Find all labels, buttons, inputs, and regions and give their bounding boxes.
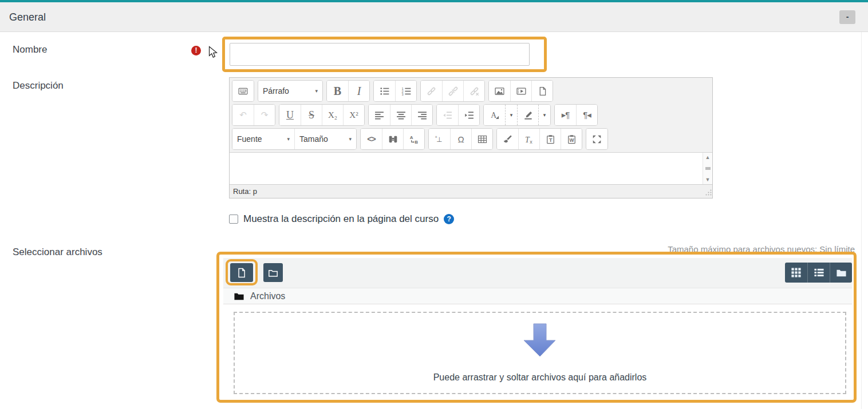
max-upload-size-note: Tamaño máximo para archivos nuevos: Sin … [668,244,855,254]
font-size-select[interactable]: Tamaño▾ [294,129,356,149]
display-list-button[interactable] [807,263,830,283]
font-family-select[interactable]: Fuente▾ [232,129,294,149]
align-center-icon [396,110,406,120]
insert-link-button[interactable] [421,81,442,101]
remove-format-button[interactable]: Tx [518,129,539,149]
toolbar-group [586,128,608,150]
align-right-icon [417,110,427,120]
show-description-label: Muestra la descripción en la página del … [243,213,439,225]
indent-button[interactable] [458,105,479,125]
fullscreen-button[interactable] [586,129,607,149]
search-button[interactable] [382,129,403,149]
editor-text-area[interactable]: ▲ ▼ [230,152,712,184]
paragraph-format-select[interactable]: Párrafo▾ [258,81,322,101]
section-title: General [9,2,46,32]
toolbar-toggle-button[interactable] [232,81,254,101]
prevent-autolink-button[interactable] [463,81,484,101]
toolbar-group: Fuente▾Tamaño▾ [232,128,357,150]
background-color-menu-button[interactable]: ▾ [538,105,550,125]
toolbar-group [368,104,433,126]
underline-button[interactable]: U [279,105,301,125]
dropzone[interactable]: Puede arrastrar y soltar archivos aquí p… [234,312,846,394]
editor-scrollbar[interactable]: ▲ ▼ [703,153,712,184]
tree-view-icon [836,267,847,278]
toolbar-group [488,80,553,102]
required-icon: ! [191,46,201,55]
svg-text:3: 3 [401,93,403,96]
remove-format-icon: Tx [524,134,534,144]
align-left-icon [374,110,384,120]
insert-media-button[interactable] [510,81,531,101]
name-input[interactable] [230,43,530,66]
insert-media-icon [516,86,526,96]
chevron-down-icon: ▾ [349,136,352,142]
folder-icon [234,291,244,301]
align-left-button[interactable] [369,105,390,125]
toolbar-group [420,80,485,102]
cleanup-code-icon [503,134,512,144]
scroll-up-icon[interactable]: ▲ [705,154,711,160]
description-field-label: Descripción [13,80,64,92]
paste-as-text-button[interactable]: T [539,129,561,149]
strikethrough-button[interactable]: S [301,105,322,125]
toolbar-group: USX₂X² [279,104,365,126]
background-color-button[interactable] [517,105,538,125]
display-mode-buttons [785,263,852,283]
prevent-autolink-icon [469,86,479,96]
redo-button[interactable]: ↷ [254,105,275,125]
outdent-icon [443,110,452,120]
superscript-button[interactable]: X² [343,105,364,125]
align-right-button[interactable] [411,105,432,125]
ordered-list-button[interactable]: 123 [395,81,416,101]
show-description-checkbox[interactable] [229,215,238,224]
svg-text:B: B [415,139,418,144]
toolbar-group: ⊥+Ω [428,128,493,150]
search-replace-button[interactable]: AB [403,129,424,149]
svg-text:x: x [530,138,532,144]
insert-image-button[interactable] [489,81,510,101]
svg-text:W: W [569,137,574,143]
create-folder-button[interactable] [263,263,283,282]
paste-from-word-button[interactable]: W [561,129,582,149]
font-size-value: Tamaño [299,134,328,144]
italic-button[interactable]: I [348,81,369,101]
special-character-button[interactable]: Ω [450,129,471,149]
undo-button[interactable]: ↶ [232,105,254,125]
font-family-value: Fuente [237,134,262,144]
nonbreaking-space-button[interactable]: ⊥+ [429,129,450,149]
scrollbar-thumb[interactable] [705,167,711,170]
toolbar-group: ↶↷ [232,104,275,126]
left-to-right-button[interactable]: ▸¶ [555,105,576,125]
add-file-button[interactable] [230,263,253,282]
scroll-down-icon[interactable]: ▼ [705,177,711,182]
collapse-section-button[interactable]: - [839,10,855,24]
insert-table-icon [478,134,487,144]
ordered-list-icon: 123 [401,86,411,96]
toolbar-group: ▸¶¶◂ [554,104,598,126]
toolbar-group: 123 [373,80,417,102]
bold-button[interactable]: B [327,81,348,101]
resize-grip-icon[interactable] [705,189,712,197]
display-tree-button[interactable] [830,263,852,283]
toolbar-group: BI [326,80,370,102]
cleanup-code-button[interactable] [497,129,518,149]
breadcrumb-path-files[interactable]: Archivos [223,288,852,304]
font-color-button[interactable]: A [484,105,505,125]
unordered-list-button[interactable] [374,81,395,101]
right-to-left-button[interactable]: ¶◂ [576,105,597,125]
manage-embedded-files-button[interactable] [531,81,553,101]
toolbar-group: Párrafo▾ [258,80,323,102]
insert-table-button[interactable] [471,129,492,149]
section-header-general: General - [0,2,868,32]
subscript-button[interactable]: X₂ [322,105,343,125]
content-right-edge [861,32,862,409]
font-color-menu-button[interactable]: ▾ [505,105,517,125]
outdent-button[interactable] [437,105,458,125]
insert-image-icon [495,86,504,96]
source-code-button[interactable]: <> [361,129,382,149]
help-icon[interactable]: ? [444,214,454,224]
create-folder-icon [268,268,278,278]
unlink-button[interactable] [442,81,463,101]
align-center-button[interactable] [390,105,411,125]
display-icons-button[interactable] [785,263,807,283]
